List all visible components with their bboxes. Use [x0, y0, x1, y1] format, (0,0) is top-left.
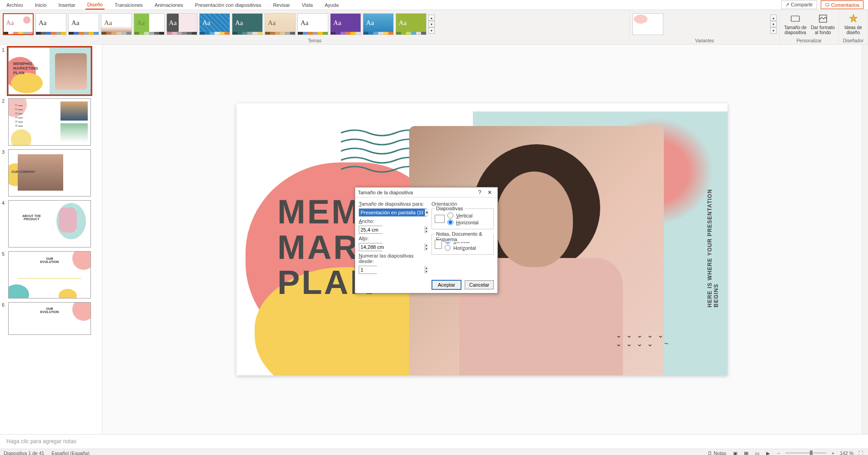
- theme-13[interactable]: Aa: [396, 13, 426, 35]
- tab-presentacion[interactable]: Presentación con diapositivas: [193, 1, 263, 9]
- slide-size-label: Tamaño de diapositiva: [783, 25, 808, 35]
- thumb-num-2: 2: [2, 98, 6, 146]
- dialog-titlebar[interactable]: Tamaño de la diapositiva ? ✕: [355, 187, 497, 197]
- theme-11[interactable]: Aa: [330, 13, 361, 35]
- slides-vertical-radio[interactable]: [447, 212, 453, 218]
- design-ideas-button[interactable]: Ideas de diseño: [842, 13, 865, 35]
- width-down[interactable]: ▼: [425, 230, 428, 233]
- tab-archivo[interactable]: Archivo: [5, 1, 25, 9]
- themes-down[interactable]: ▾: [428, 21, 435, 27]
- thumbnail-2[interactable]: 01 ▬▬02 ▬▬03 ▬▬04 ▬▬05 ▬▬06 ▬▬: [8, 98, 91, 146]
- slides-orientation-group: Diapositivas Vertical Horizontal: [431, 208, 494, 229]
- t4l2: PRODUCT: [24, 217, 40, 221]
- number-down[interactable]: ▼: [425, 270, 428, 273]
- theme-2[interactable]: Aa: [35, 13, 66, 35]
- notes-horizontal-radio[interactable]: [445, 245, 451, 251]
- tab-vista[interactable]: Vista: [300, 1, 315, 9]
- t1l1: MEMPHIS: [13, 61, 32, 66]
- theme-12[interactable]: Aa: [363, 13, 394, 35]
- slideshow-view-icon[interactable]: ▶: [764, 450, 772, 455]
- size-preset-value[interactable]: [359, 209, 425, 216]
- design-ideas-label: Ideas de diseño: [842, 25, 865, 35]
- notes-legend: Notas, Documento & Esquema: [435, 231, 493, 242]
- theme-3[interactable]: Aa: [68, 13, 99, 35]
- width-spinner[interactable]: ▲▼: [359, 226, 382, 234]
- slides-horizontal-radio[interactable]: [447, 219, 453, 225]
- dialog-help-button[interactable]: ?: [475, 188, 485, 197]
- variants-more[interactable]: ▾: [770, 27, 777, 34]
- theme-5[interactable]: Aa: [134, 13, 165, 35]
- height-down[interactable]: ▼: [425, 247, 428, 251]
- number-spinner[interactable]: ▲▼: [359, 266, 377, 274]
- zoom-slider[interactable]: [785, 452, 826, 454]
- number-from-label: Numerar las diapositivas desde:: [359, 253, 427, 264]
- height-input[interactable]: [359, 243, 425, 251]
- theme-1[interactable]: Aa: [3, 13, 34, 35]
- thumbnail-6[interactable]: OUREVOLUTION: [8, 302, 91, 335]
- reading-view-icon[interactable]: ▭: [753, 450, 761, 455]
- variants-group-label: Variantes: [630, 38, 779, 44]
- tab-transiciones[interactable]: Transiciones: [113, 1, 145, 9]
- variants-scroll: ▴ ▾ ▾: [770, 14, 777, 35]
- slide-size-button[interactable]: Tamaño de diapositiva: [783, 13, 808, 35]
- comments-button[interactable]: 🗨 Comentarios: [821, 0, 863, 9]
- slides-horizontal-label: Horizontal: [456, 220, 479, 225]
- size-preset-select[interactable]: ▼: [359, 208, 427, 217]
- tab-inicio[interactable]: Inicio: [33, 1, 49, 9]
- theme-10[interactable]: Aa: [297, 13, 328, 35]
- fit-window-icon[interactable]: ⛶: [857, 450, 864, 455]
- themes-group-label: Temas: [0, 38, 629, 44]
- number-input[interactable]: [359, 266, 425, 273]
- theme-6[interactable]: Aa: [166, 13, 197, 35]
- theme-9[interactable]: Aa: [265, 13, 296, 35]
- language-status[interactable]: Español (España): [51, 450, 89, 455]
- number-up[interactable]: ▲: [425, 266, 428, 270]
- variants-up[interactable]: ▴: [770, 15, 777, 21]
- format-background-button[interactable]: Dar formato al fondo: [810, 13, 836, 35]
- theme-7[interactable]: Aa: [199, 13, 230, 35]
- tab-revisar[interactable]: Revisar: [271, 1, 291, 9]
- notes-horizontal-label: Horizontal: [453, 245, 476, 251]
- themes-more[interactable]: ▾: [428, 27, 435, 34]
- variants-down[interactable]: ▾: [770, 21, 777, 27]
- zoom-level[interactable]: 142 %: [840, 450, 853, 455]
- variant-1[interactable]: [632, 13, 663, 35]
- landscape-icon: [435, 215, 445, 223]
- tab-insertar[interactable]: Insertar: [56, 1, 77, 9]
- share-button[interactable]: ↗ Compartir: [781, 0, 817, 9]
- normal-view-icon[interactable]: ▣: [732, 450, 739, 455]
- chevron-down-icon[interactable]: ▼: [425, 209, 429, 216]
- themes-up[interactable]: ▴: [428, 15, 435, 21]
- height-spinner[interactable]: ▲▼: [359, 243, 382, 251]
- slide-canvas[interactable]: MEMPHIS MARKETING PLAN HERE IS WHERE YOU…: [236, 103, 728, 375]
- ok-button[interactable]: Aceptar: [432, 280, 461, 289]
- thumbnail-3[interactable]: OUR COMPANY: [8, 149, 91, 197]
- theme-4[interactable]: Aa: [101, 13, 132, 35]
- tab-ayuda[interactable]: Ayuda: [323, 1, 341, 9]
- zoom-in[interactable]: +: [830, 450, 836, 455]
- vertical-scrollbar[interactable]: [862, 45, 868, 434]
- width-up[interactable]: ▲: [425, 226, 428, 230]
- thumbnail-1[interactable]: MEMPHISMARKETINGPLAN: [8, 47, 91, 95]
- notes-toggle[interactable]: 🗒 Notas: [706, 450, 728, 455]
- thumbnail-5[interactable]: OUREVOLUTION: [8, 251, 91, 298]
- design-ideas-icon: [848, 13, 859, 24]
- slide-panel[interactable]: 1 MEMPHISMARKETINGPLAN 2 01 ▬▬02 ▬▬03 ▬▬…: [0, 45, 102, 434]
- tab-diseno[interactable]: Diseño: [85, 0, 105, 10]
- document-icon: [435, 240, 442, 249]
- sorter-view-icon[interactable]: ▦: [743, 450, 750, 455]
- tab-animaciones[interactable]: Animaciones: [153, 1, 185, 9]
- cancel-button[interactable]: Cancelar: [465, 280, 494, 289]
- height-up[interactable]: ▲: [425, 243, 428, 247]
- notes-pane[interactable]: Haga clic para agregar notas: [0, 434, 868, 449]
- t5l1: OUR: [46, 257, 53, 260]
- thumbnail-4[interactable]: ABOUT THEPRODUCT: [8, 200, 91, 248]
- zoom-out[interactable]: −: [775, 450, 782, 455]
- height-label: Alto:: [359, 236, 427, 241]
- theme-8[interactable]: Aa: [232, 13, 263, 35]
- slides-legend: Diapositivas: [435, 206, 464, 211]
- dialog-title: Tamaño de la diapositiva: [358, 190, 475, 195]
- dialog-close-button[interactable]: ✕: [485, 188, 495, 197]
- width-input[interactable]: [359, 226, 425, 233]
- slides-vertical-label: Vertical: [456, 213, 472, 218]
